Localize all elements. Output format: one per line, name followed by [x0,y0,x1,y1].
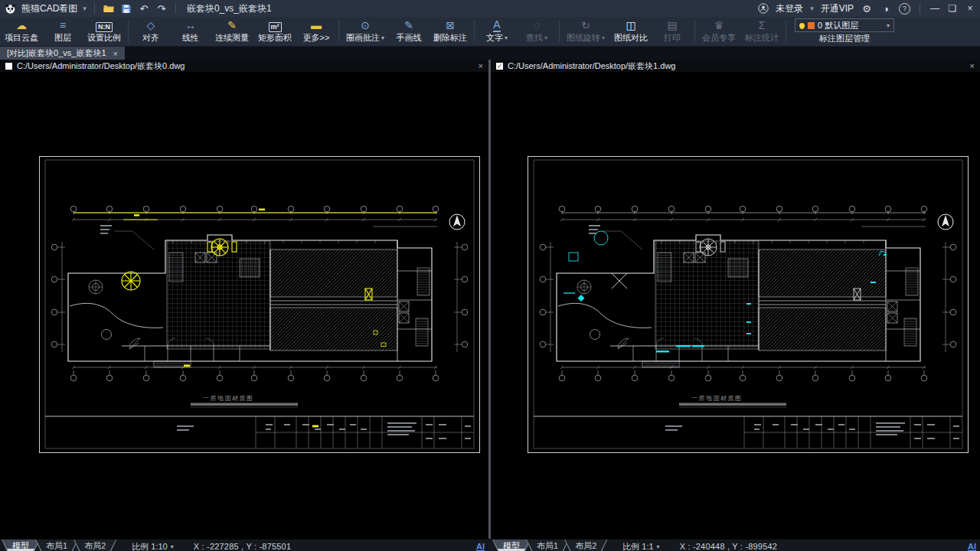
tool-project-cloud[interactable]: ☁项目云盘 [0,17,43,46]
right-scale-caret-icon: ▾ [657,543,660,550]
sheet-compare-icon: ◫ [626,19,635,32]
left-drawing-area[interactable]: 一层地面材质图 [0,72,488,539]
left-pane-checkbox[interactable] [5,63,12,70]
delete-annotation-label: 删除标注 [433,32,467,44]
left-drawing-sheet[interactable]: 一层地面材质图 [39,156,480,453]
more-icon: ▬ [311,19,322,32]
theme-icon[interactable]: ◑ [880,3,892,15]
right-drawing-title: 一层地面材质图 [691,395,743,402]
right-cursor-coords: X : -240448 , Y : -899542 [680,542,778,551]
tool-linear-measure[interactable]: ↔线性 [171,17,211,46]
statusbar: 模型布局1布局2 比例 1:10 ▾ X : -227285 , Y : -87… [0,539,980,551]
login-status[interactable]: 未登录 [776,2,803,15]
tool-continuous-measure[interactable]: ✎连续测量 [211,17,253,46]
left-pane-close-icon[interactable]: × [479,61,483,70]
find-caret-icon: ▾ [544,34,547,41]
user-icon[interactable] [758,3,769,14]
tab-close-icon[interactable]: × [113,49,118,58]
right-drawing-sheet[interactable]: 一层地面材质图 [528,156,969,453]
layout-tab-布局1[interactable]: 布局1 [526,540,569,551]
tool-set-scale[interactable]: N:N设置比例 [83,17,126,46]
login-caret-icon[interactable]: ▾ [810,5,814,12]
maximize-button[interactable]: ❏ [947,3,958,14]
divider [920,3,920,14]
help-icon[interactable]: ? [899,3,910,15]
tool-more[interactable]: ▬更多>> [296,17,336,46]
tool-delete-annotation[interactable]: ⊠删除标注 [429,17,472,46]
left-layout-tabs: 模型布局1布局2 [2,540,112,551]
save-icon[interactable] [120,4,132,14]
tool-freehand-line[interactable]: ✎手画线 [389,17,429,46]
right-pane-statusbar: 模型布局1布局2 比例 1:1 ▾ X : -240448 , Y : -899… [491,540,980,551]
tool-align[interactable]: ◇对齐 [131,17,171,46]
annotation-layer-manage-label: 标注图层管理 [795,33,894,44]
layout-tab-模型[interactable]: 模型 [2,540,40,551]
right-scale-label: 比例 1:1 [622,541,653,551]
compare-document-tab[interactable]: [对比]嵌套块0_vs_嵌套块1 × [0,47,125,60]
left-ai-button[interactable]: AI [476,542,485,551]
left-pane-header: C:/Users/Administrator/Desktop/嵌套块0.dwg … [0,60,488,72]
toolbar-separator [694,21,695,42]
tool-sheet-compare[interactable]: ◫图纸对比 [609,17,652,46]
layout-tab-布局2[interactable]: 布局2 [74,540,116,551]
tool-text[interactable]: A文字▾ [477,17,517,46]
tool-find: ◌查找▾ [517,17,557,46]
sheet-rotate-icon: ↻ [581,19,590,32]
right-ai-button[interactable]: AI [968,542,976,551]
left-drawing-title: 一层地面材质图 [203,395,254,402]
print-icon: ▤ [667,19,677,32]
close-button[interactable]: × [965,3,975,14]
project-cloud-label: 项目云盘 [5,32,38,44]
annotation-layer-dropdown[interactable]: 0 默认图层 ▾ [795,18,894,32]
continuous-measure-icon: ✎ [227,19,237,32]
linear-measure-icon: ↔ [185,19,196,32]
settings-gear-icon[interactable]: ⚙ [861,3,873,15]
tool-layers[interactable]: ≡图层 [43,17,83,46]
right-scale-control[interactable]: 比例 1:1 ▾ [622,541,659,551]
text-icon: A [493,20,500,32]
tool-rect-area[interactable]: m²矩形面积 [253,17,296,46]
find-icon: ◌ [534,19,540,32]
left-scale-control[interactable]: 比例 1:10 ▾ [132,541,173,551]
left-pane: C:/Users/Administrator/Desktop/嵌套块0.dwg … [0,60,488,539]
vip-exclusive-icon: ♛ [714,19,724,32]
layout-tab-布局2[interactable]: 布局2 [564,540,607,551]
text-caret-icon: ▾ [505,34,508,41]
right-pane-close-icon[interactable]: × [970,61,975,70]
panda-logo-icon [5,3,16,15]
freehand-line-label: 手画线 [397,32,422,44]
annotation-stats-icon: Σ [759,19,766,32]
left-scale-label: 比例 1:10 [132,541,167,551]
redo-icon[interactable]: ↷ [155,3,168,15]
titlebar: 熊猫CAD看图 ▾ ↶ ↷ 嵌套块0_vs_嵌套块1 未登录 ▾ 开通VIP ⚙… [0,0,980,17]
set-scale-label: 设置比例 [87,32,121,44]
layout-tab-布局1[interactable]: 布局1 [35,540,78,551]
undo-icon[interactable]: ↶ [138,3,150,15]
right-pane-file-path: C:/Users/Administrator/Desktop/嵌套块1.dwg [508,60,675,72]
left-pane-file-path: C:/Users/Administrator/Desktop/嵌套块0.dwg [17,60,185,72]
minimize-button[interactable]: — [929,3,940,14]
toolbar-items: ☁项目云盘≡图层N:N设置比例◇对齐↔线性✎连续测量m²矩形面积▬更多>>⊙圈画… [0,17,789,46]
toolbar: ☁项目云盘≡图层N:N设置比例◇对齐↔线性✎连续测量m²矩形面积▬更多>>⊙圈画… [0,17,980,47]
align-icon: ◇ [147,19,155,32]
left-scale-caret-icon: ▾ [171,543,174,550]
tool-sheet-rotate: ↻图纸旋转▾ [562,17,609,46]
tool-print: ▤打印 [652,17,692,46]
align-label: 对齐 [142,32,159,44]
print-label: 打印 [664,32,681,44]
app-name[interactable]: 熊猫CAD看图 [21,2,77,15]
continuous-measure-label: 连续测量 [215,32,249,44]
open-vip-button[interactable]: 开通VIP [821,2,854,15]
sheet-compare-label: 图纸对比 [614,32,648,44]
tool-circle-annotate[interactable]: ⊙圈画批注▾ [341,17,389,46]
delete-annotation-icon: ⊠ [446,19,455,32]
find-label: 查找▾ [526,32,547,44]
right-drawing-area[interactable]: 一层地面材质图 [491,72,980,539]
right-pane-checkbox[interactable]: ✓ [496,63,503,70]
layout-tab-label: 布局2 [74,540,116,551]
app-menu-caret-icon[interactable]: ▾ [83,5,87,12]
layout-tab-模型[interactable]: 模型 [492,540,531,551]
layout-tab-label: 模型 [492,540,531,551]
open-folder-icon[interactable] [103,4,115,13]
document-title: 嵌套块0_vs_嵌套块1 [187,2,272,15]
